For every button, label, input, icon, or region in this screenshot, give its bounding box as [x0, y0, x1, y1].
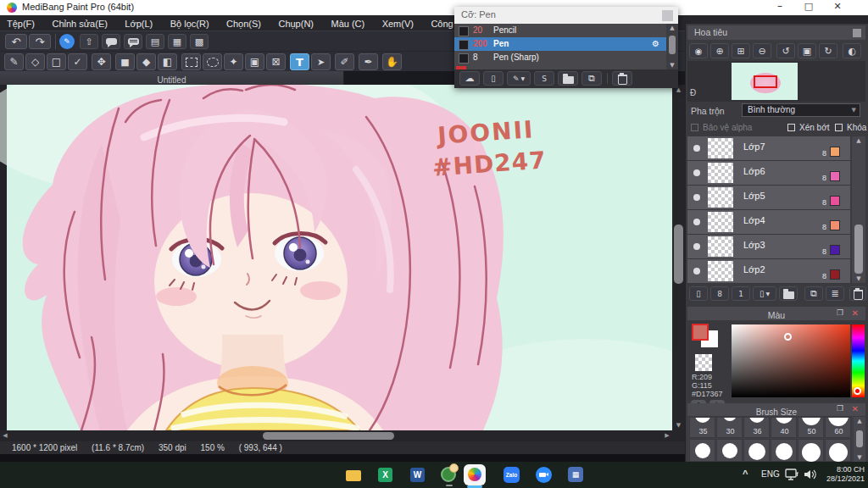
layer-row[interactable]: Lớp4 8	[687, 210, 850, 235]
delete-layer-button[interactable]	[849, 286, 866, 301]
brush-size-cell[interactable]: 50	[798, 417, 824, 438]
menu-xem[interactable]: Xem(V)	[376, 16, 420, 31]
new-layer-button[interactable]: ▯	[689, 286, 708, 301]
brush-new-from-dropdown-button[interactable]: ✎ ▼	[507, 71, 531, 86]
tray-chevron-icon[interactable]: ^	[743, 469, 748, 479]
brush-size-close-button[interactable]: ✕	[852, 404, 859, 413]
zalo-icon[interactable]: Zalo	[504, 467, 520, 483]
layer-row[interactable]: Lớp5 8	[687, 186, 850, 210]
layer-row[interactable]: Lớp6 8	[687, 161, 850, 186]
zoom-100-button[interactable]: ◉	[689, 43, 708, 58]
navigator-close-button[interactable]	[853, 29, 861, 37]
gradient-tool[interactable]: ◧	[158, 53, 177, 70]
layer-scroll-up[interactable]: ▲	[852, 136, 865, 145]
horizontal-scrollbar[interactable]: ◀ ▶	[0, 430, 672, 441]
brush-scroll-thumb[interactable]	[669, 36, 676, 54]
operation-tool[interactable]: ➤	[311, 53, 331, 70]
sv-picker-ring[interactable]	[784, 333, 792, 341]
brush-size-scroll-down[interactable]: ▼	[854, 453, 865, 462]
blend-select[interactable]: Bình thường ▼	[742, 103, 860, 117]
scroll-left-arrow[interactable]: ◀	[0, 430, 10, 441]
add-layer-dropdown-button[interactable]: ▯ ▼	[753, 286, 776, 301]
medibang-cloud-icon[interactable]: ✎	[59, 34, 75, 49]
canvas-area[interactable]: JOONII #HD247	[0, 85, 672, 430]
brush-size-cell[interactable]: 60	[825, 417, 851, 438]
vertical-scrollbar[interactable]: ▲ ▼	[672, 85, 685, 430]
brush-size-scroll-up[interactable]: ▲	[854, 417, 865, 425]
fit-width-button[interactable]: ▣	[798, 43, 816, 58]
foreground-color-swatch[interactable]	[692, 324, 709, 341]
layer-visibility-dot[interactable]	[693, 169, 700, 176]
menu-chinh-sua[interactable]: Chỉnh sửa(E)	[45, 16, 114, 31]
redo-button[interactable]: ↷	[29, 34, 51, 49]
saturation-value-picker[interactable]	[732, 324, 850, 397]
layer-row[interactable]: Lớp3 8	[687, 235, 850, 259]
upload-button[interactable]: ⇧	[80, 34, 98, 49]
correction-tool[interactable]: ✓	[68, 53, 87, 70]
hue-strip[interactable]	[852, 324, 865, 397]
zoom-out-button[interactable]: ⊖	[753, 43, 771, 58]
brush-row-pen-selected[interactable]: 200 Pen ⚙	[454, 37, 666, 51]
rotate-ccw-button[interactable]: ↺	[776, 43, 795, 58]
pen-tool[interactable]: ✎	[4, 53, 24, 70]
menu-tep[interactable]: Tệp(F)	[0, 16, 42, 31]
medibang-taskbar-icon[interactable]	[464, 464, 486, 485]
brush-checkbox[interactable]	[459, 26, 469, 36]
layer-row[interactable]: Lớp2 8	[687, 259, 850, 284]
move-tool[interactable]: ✥	[92, 53, 111, 70]
eraser-tool[interactable]: ◇	[25, 53, 45, 70]
material-settings-button[interactable]: ▩	[190, 34, 209, 49]
vertical-scroll-thumb[interactable]	[674, 225, 683, 284]
eyedropper-tool[interactable]: ✒	[359, 53, 378, 70]
brush-size-cell[interactable]	[716, 439, 743, 462]
brush-folder-button[interactable]	[558, 71, 578, 86]
brush-size-cell[interactable]	[689, 439, 715, 462]
scroll-down-arrow[interactable]: ▼	[672, 420, 685, 430]
brush-checkbox[interactable]	[459, 53, 469, 64]
new-1bit-layer-button[interactable]: 1	[732, 286, 750, 301]
brush-duplicate-button[interactable]: ⧉	[581, 71, 602, 86]
brush-tool[interactable]: ✐	[335, 53, 354, 70]
canvas-tab[interactable]: Untitled	[0, 71, 344, 85]
maximize-button[interactable]: □	[794, 1, 823, 16]
layer-scroll-down[interactable]: ▼	[852, 274, 865, 283]
language-indicator[interactable]: ENG	[761, 469, 780, 479]
layer-visibility-dot[interactable]	[693, 243, 700, 250]
menu-chon[interactable]: Chọn(S)	[220, 16, 268, 31]
layer-visibility-dot[interactable]	[693, 194, 700, 201]
duplicate-layer-button[interactable]: ⧉	[804, 286, 823, 301]
fit-screen-button[interactable]: ⊞	[732, 43, 750, 58]
close-button[interactable]: ✕	[823, 1, 852, 16]
brush-size-cell[interactable]: 36	[743, 417, 770, 438]
select-tool[interactable]	[181, 53, 201, 70]
brush-size-cell[interactable]	[798, 439, 824, 462]
color-close-button[interactable]: ✕	[852, 308, 859, 318]
hue-picker-ring[interactable]	[854, 387, 861, 395]
transparent-swatch[interactable]	[695, 354, 712, 371]
flip-button[interactable]: ◐	[843, 43, 861, 58]
menu-chup[interactable]: Chụp(N)	[271, 16, 320, 31]
brush-size-scroll-thumb[interactable]	[856, 430, 863, 447]
zoom-in-button[interactable]: ⊕	[710, 43, 729, 58]
excel-icon[interactable]: X	[378, 468, 392, 482]
comment-list-button[interactable]	[124, 34, 142, 49]
clipping-checkbox[interactable]	[787, 124, 795, 131]
brush-size-popout-button[interactable]: ❐	[837, 404, 843, 413]
zoom-app-icon[interactable]	[536, 467, 552, 483]
select-pen-tool[interactable]: ▣	[245, 53, 264, 70]
brush-list-scrollbar[interactable]: ▲ ▼	[666, 24, 678, 69]
speaker-icon[interactable]	[804, 469, 816, 480]
select-eraser-tool[interactable]: ⊠	[266, 53, 286, 70]
bucket-tool[interactable]: ◆	[136, 53, 156, 70]
navigator-preview-area[interactable]	[687, 61, 865, 102]
horizontal-scroll-thumb[interactable]	[263, 432, 394, 440]
layer-visibility-dot[interactable]	[693, 145, 700, 152]
lasso-tool[interactable]	[203, 53, 222, 70]
word-icon[interactable]: W	[410, 468, 425, 482]
merge-layer-button[interactable]: ≣	[826, 286, 844, 301]
brush-size-scrollbar[interactable]: ▲ ▼	[854, 417, 865, 462]
clock[interactable]: 8:00 CH 28/12/2021	[821, 465, 865, 484]
brush-size-cell[interactable]	[743, 439, 770, 462]
magic-wand-tool[interactable]: ✦	[224, 53, 243, 70]
brush-row-pencil[interactable]: 20 Pencil	[454, 24, 666, 37]
